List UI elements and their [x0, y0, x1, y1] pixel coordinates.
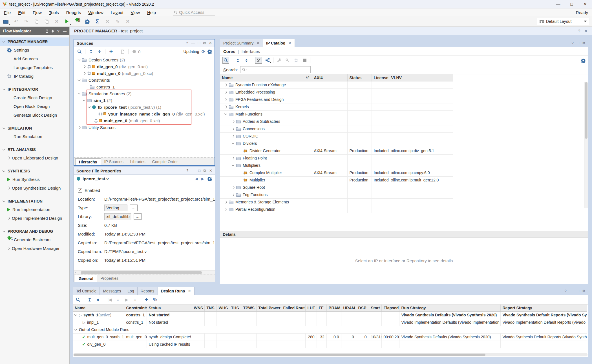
maximize-icon[interactable]: □: [198, 168, 200, 173]
tab-ip-catalog[interactable]: IP Catalog✕: [263, 39, 295, 47]
cancel-button[interactable]: ✕: [125, 18, 131, 25]
gear-icon[interactable]: [581, 58, 586, 63]
flow-item-open-elaborated-design[interactable]: Open Elaborated Design: [0, 154, 69, 162]
tree-row[interactable]: your_instance_name : div_gen_0(div_gen_0…: [74, 110, 215, 117]
ip-row[interactable]: CORDIC: [220, 132, 453, 140]
tab-properties[interactable]: Properties: [97, 274, 122, 282]
ip-row[interactable]: Dynamic Function eXchange: [220, 81, 453, 88]
layout-selector[interactable]: Default Layout: [537, 18, 589, 25]
ip-row[interactable]: Floating Point: [220, 154, 453, 162]
report-summary-button[interactable]: Σ: [94, 18, 100, 25]
collapse-all-icon[interactable]: [88, 49, 94, 54]
flow-item-open-hardware-manager[interactable]: Open Hardware Manager: [0, 244, 69, 253]
flow-item-generate-bitstream[interactable]: 0110Generate Bitstream: [0, 235, 69, 244]
license-icon[interactable]: [285, 57, 290, 63]
tab-libraries[interactable]: Libraries: [127, 158, 149, 165]
tree-row[interactable]: mult_gen_0(mult_gen_0.xci): [74, 70, 215, 77]
run-row[interactable]: ✓mult_gen_0_synth_1 mult_gen_0synth_desi…: [73, 333, 587, 341]
column-license[interactable]: License: [372, 74, 389, 81]
tab-log[interactable]: Log: [124, 287, 137, 295]
horizontal-scrollbar[interactable]: ‹: [74, 270, 215, 274]
library-input[interactable]: xil_defaultlib: [104, 213, 131, 220]
maximize-button[interactable]: □: [565, 0, 578, 8]
tab-tcl-console[interactable]: Tcl Console: [73, 287, 100, 295]
undo-button[interactable]: ↶: [13, 18, 19, 25]
ip-row[interactable]: Partial Reconfiguration: [220, 206, 453, 213]
percent-icon[interactable]: %: [152, 297, 158, 303]
close-icon[interactable]: ✕: [209, 168, 212, 173]
ip-row[interactable]: Kernels: [220, 103, 453, 110]
menu-help[interactable]: Help: [147, 10, 156, 15]
open-project-button[interactable]: [3, 18, 9, 25]
vertical-scrollbar[interactable]: [584, 82, 588, 208]
close-button[interactable]: ✕: [578, 0, 592, 8]
ip-row[interactable]: Adders & Subtracters: [220, 118, 453, 125]
flow-section-project-manager[interactable]: PROJECT MANAGER: [0, 37, 69, 46]
close-icon[interactable]: ✕: [188, 289, 191, 293]
library-browse-button[interactable]: …: [134, 213, 142, 220]
float-icon[interactable]: ⧉: [203, 41, 206, 45]
tab-reports[interactable]: Reports: [138, 287, 158, 295]
minimize-icon[interactable]: —: [63, 29, 67, 33]
ip-row[interactable]: Trig Functions: [220, 191, 453, 198]
minimize-icon[interactable]: —: [191, 168, 195, 173]
customize-ip-icon[interactable]: [276, 57, 282, 63]
ip-row[interactable]: Square Root: [220, 184, 453, 191]
column-name[interactable]: Name∧1: [220, 74, 312, 81]
menu-view[interactable]: View: [131, 10, 140, 15]
horizontal-scrollbar[interactable]: [73, 353, 587, 356]
enabled-checkbox[interactable]: ✓: [78, 188, 82, 193]
ip-row[interactable]: Divider GeneratorAXI4-StreamProductionIn…: [220, 147, 453, 154]
redo-button[interactable]: ↷: [23, 18, 29, 25]
flow-item-add-sources[interactable]: Add Sources: [0, 54, 69, 63]
help-icon[interactable]: ?: [565, 289, 567, 293]
details-toggle-icon[interactable]: [302, 57, 307, 63]
run-row[interactable]: ✓div_gen_0 Using cached IP results: [73, 341, 587, 348]
close-icon[interactable]: ✕: [584, 29, 587, 33]
flow-item-settings[interactable]: Settings: [0, 46, 69, 54]
float-icon[interactable]: ⧉: [583, 41, 585, 45]
flow-item-run-simulation[interactable]: Run Simulation: [0, 132, 69, 141]
flow-section-program-and-debug[interactable]: PROGRAM AND DEBUG: [0, 227, 69, 235]
run-button[interactable]: [64, 18, 70, 25]
refresh-icon[interactable]: ⟳: [202, 49, 205, 54]
menu-tools[interactable]: Tools: [49, 10, 59, 15]
maximize-icon[interactable]: □: [198, 41, 200, 45]
flow-item-open-synthesized-design[interactable]: Open Synthesized Design: [0, 184, 69, 192]
expand-all-icon[interactable]: [244, 57, 249, 63]
settings-button[interactable]: [84, 18, 90, 25]
collapse-all-icon[interactable]: [87, 297, 92, 303]
ip-settings-icon[interactable]: [293, 57, 299, 63]
help-icon[interactable]: ?: [572, 41, 574, 45]
help-icon[interactable]: ?: [578, 29, 580, 33]
help-icon[interactable]: ?: [57, 29, 59, 33]
close-icon[interactable]: ✕: [256, 41, 260, 45]
flow-section-rtl-analysis[interactable]: RTL ANALYSIS: [0, 145, 69, 154]
menu-flow[interactable]: Flow: [33, 10, 42, 15]
ip-row[interactable]: MultiplierProductionIncludedxilinx.com:i…: [220, 176, 453, 184]
forward-icon[interactable]: ▶: [201, 177, 204, 181]
add-sources-icon[interactable]: +: [108, 49, 114, 54]
flow-item-run-synthesis[interactable]: Run Synthesis: [0, 175, 69, 184]
ip-row[interactable]: Math Functions: [220, 110, 453, 118]
fast-forward-icon[interactable]: »: [132, 297, 138, 303]
delete-button[interactable]: ✕: [54, 18, 60, 25]
collapse-all-icon[interactable]: [46, 30, 48, 33]
quick-access-search[interactable]: Quick Access: [173, 9, 215, 15]
tree-row[interactable]: constrs_1: [74, 83, 215, 90]
report-ip-status-icon[interactable]: [120, 49, 125, 54]
gear-icon[interactable]: [207, 177, 212, 181]
search-icon[interactable]: [222, 57, 229, 64]
type-browse-button[interactable]: …: [130, 205, 138, 211]
tree-row[interactable]: Design Sources(2): [74, 56, 215, 63]
expand-all-icon[interactable]: [52, 30, 54, 33]
column-vlnv[interactable]: VLNV: [389, 74, 453, 81]
ip-row[interactable]: Memories & Storage Elements: [220, 198, 453, 206]
expand-all-icon[interactable]: [95, 297, 101, 303]
ip-row[interactable]: Embedded Processing: [220, 88, 453, 96]
back-icon[interactable]: ◀: [195, 177, 198, 181]
maximize-icon[interactable]: □: [577, 41, 579, 45]
minimize-button[interactable]: —: [551, 0, 565, 8]
tab-messages[interactable]: Messages: [100, 287, 124, 295]
float-icon[interactable]: ⧉: [583, 289, 585, 293]
